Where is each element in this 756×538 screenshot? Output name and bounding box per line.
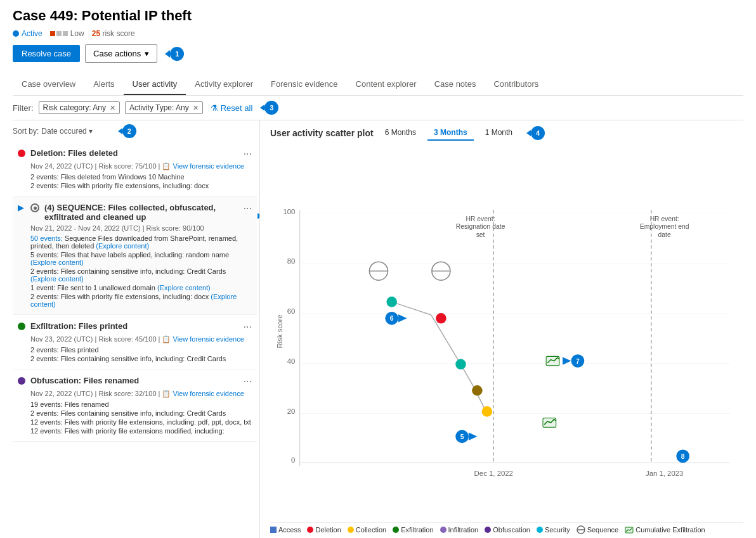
seq-detail-1: 50 events: Sequence Files downloaded fro… bbox=[30, 234, 252, 250]
event-exfiltration: Exfiltration: Files printed ··· Nov 23, … bbox=[13, 315, 257, 369]
resolve-case-button[interactable]: Resolve case bbox=[13, 45, 80, 62]
legend-exfiltration: Exfiltration bbox=[393, 526, 433, 534]
legend-infiltration: Infiltration bbox=[440, 526, 479, 534]
svg-marker-42 bbox=[469, 433, 477, 440]
svg-text:5: 5 bbox=[460, 433, 464, 440]
svg-text:0: 0 bbox=[291, 456, 295, 464]
event-detail-1: 2 events: Files deleted from Windows 10 … bbox=[30, 173, 252, 181]
tab-contributors[interactable]: Contributors bbox=[485, 74, 547, 95]
callout-2: 2 bbox=[118, 124, 136, 138]
svg-text:HR event:: HR event: bbox=[466, 215, 495, 222]
svg-point-32 bbox=[455, 359, 466, 370]
svg-text:Dec 1, 2022: Dec 1, 2022 bbox=[474, 470, 513, 477]
event-more-deletion[interactable]: ··· bbox=[244, 148, 252, 160]
event-dot-obfuscation bbox=[18, 377, 25, 385]
callout-3: 3 bbox=[260, 101, 278, 115]
event-sequence: ▶ (4) SEQUENCE: Files collected, obfusca… bbox=[13, 196, 257, 315]
event-detail-2: 2 events: Files with priority file exten… bbox=[30, 182, 252, 189]
svg-line-27 bbox=[431, 315, 461, 364]
seq-detail-2: 5 events: Files that have labels applied… bbox=[30, 251, 252, 266]
callout-5: 5 bbox=[257, 209, 259, 223]
svg-line-26 bbox=[392, 302, 431, 315]
event-more-sequence[interactable]: ··· bbox=[244, 203, 252, 214]
forensic-link-exfiltration[interactable]: 📋 View forensic evidence bbox=[162, 335, 244, 343]
tab-case-notes[interactable]: Case notes bbox=[426, 74, 485, 95]
time-btn-1month[interactable]: 1 Month bbox=[479, 125, 519, 141]
svg-text:7: 7 bbox=[576, 358, 580, 365]
event-meta-exfiltration: Nov 23, 2022 (UTC) | Risk score: 45/100 … bbox=[30, 335, 252, 343]
event-obfuscation: Obfuscation: Files renamed ··· Nov 22, 2… bbox=[13, 369, 257, 442]
svg-text:set: set bbox=[476, 231, 485, 238]
svg-point-33 bbox=[472, 385, 483, 396]
expand-arrow[interactable]: ▶ bbox=[18, 203, 24, 212]
callout-4: 4 bbox=[526, 126, 545, 140]
event-title-exfiltration: Exfiltration: Files printed bbox=[30, 321, 238, 331]
activity-type-filter[interactable]: Activity Type: Any ✕ bbox=[125, 101, 203, 114]
time-btn-6months[interactable]: 6 Months bbox=[379, 125, 422, 141]
explore-link-2[interactable]: (Explore content) bbox=[30, 259, 84, 266]
svg-text:date: date bbox=[658, 231, 671, 238]
seq-detail-5: 2 events: Files with priority file exten… bbox=[30, 293, 252, 308]
tab-alerts[interactable]: Alerts bbox=[84, 74, 123, 95]
svg-text:Resignation date: Resignation date bbox=[456, 223, 505, 230]
callout-1: 1 bbox=[162, 47, 184, 61]
svg-text:20: 20 bbox=[287, 407, 296, 415]
legend-access: Access bbox=[270, 526, 301, 534]
event-title-deletion: Deletion: Files deleted bbox=[30, 148, 238, 158]
obfus-detail-2: 2 events: Files containing sensitive inf… bbox=[30, 409, 252, 417]
case-actions-button[interactable]: Case actions ▾ bbox=[85, 44, 157, 63]
event-meta-sequence: Nov 21, 2022 - Nov 24, 2022 (UTC) | Risk… bbox=[30, 224, 252, 232]
tab-forensic-evidence[interactable]: Forensic evidence bbox=[262, 74, 347, 95]
forensic-link-deletion[interactable]: 📋 View forensic evidence bbox=[162, 162, 244, 170]
seq-detail-4: 1 event: File sent to 1 unallowed domain… bbox=[30, 284, 252, 291]
filter-bar: Filter: Risk category: Any ✕ Activity Ty… bbox=[13, 96, 743, 120]
svg-text:Jan 1, 2023: Jan 1, 2023 bbox=[646, 470, 683, 477]
activity-type-clear[interactable]: ✕ bbox=[193, 104, 199, 112]
severity-badge: Low bbox=[50, 29, 84, 38]
event-dot-exfiltration bbox=[18, 323, 25, 330]
svg-point-30 bbox=[386, 297, 397, 307]
scatter-title: User activity scatter plot bbox=[270, 128, 374, 138]
svg-text:80: 80 bbox=[287, 257, 296, 265]
tab-activity-explorer[interactable]: Activity explorer bbox=[186, 74, 262, 95]
event-meta-obfuscation: Nov 22, 2022 (UTC) | Risk score: 32/100 … bbox=[30, 390, 252, 398]
explore-link-1[interactable]: (Explore content) bbox=[96, 242, 149, 250]
reset-all-button[interactable]: ⚗ Reset all bbox=[211, 103, 253, 113]
svg-text:40: 40 bbox=[287, 357, 296, 365]
explore-link-4[interactable]: (Explore content) bbox=[157, 284, 211, 291]
case-title: Case 449: Potential IP theft bbox=[13, 8, 743, 24]
legend-cumulative: Cumulative Exfiltration bbox=[625, 525, 705, 534]
legend-deletion: Deletion bbox=[307, 526, 341, 534]
event-meta-deletion: Nov 24, 2022 (UTC) | Risk score: 75/100 … bbox=[30, 162, 252, 170]
risk-score: 25 risk score bbox=[92, 29, 135, 38]
event-deletion: Deletion: Files deleted ··· Nov 24, 2022… bbox=[13, 142, 257, 196]
nav-tabs: Case overview Alerts User activity Activ… bbox=[13, 74, 743, 96]
exfil-detail-2: 2 events: Files containing sensitive inf… bbox=[30, 355, 252, 362]
legend-security: Security bbox=[537, 526, 570, 534]
svg-point-34 bbox=[482, 406, 493, 417]
obfus-detail-3: 12 events: Files with priority file exte… bbox=[30, 418, 252, 426]
forensic-link-obfuscation[interactable]: 📋 View forensic evidence bbox=[162, 390, 244, 397]
filter-label: Filter: bbox=[13, 103, 34, 113]
tab-content-explorer[interactable]: Content explorer bbox=[347, 74, 426, 95]
risk-category-filter[interactable]: Risk category: Any ✕ bbox=[39, 101, 120, 114]
tab-user-activity[interactable]: User activity bbox=[124, 74, 186, 95]
event-more-exfiltration[interactable]: ··· bbox=[244, 321, 252, 333]
tab-case-overview[interactable]: Case overview bbox=[13, 74, 84, 95]
legend-collection: Collection bbox=[348, 526, 386, 534]
sort-dropdown[interactable]: Date occured ▾ bbox=[41, 127, 92, 136]
legend-bar: Access Deletion Collection Exfiltration … bbox=[270, 522, 743, 538]
chart-area: Risk score 0 20 40 60 80 100 bbox=[270, 143, 743, 520]
explore-link-3[interactable]: (Explore content) bbox=[30, 275, 84, 283]
time-btn-3months[interactable]: 3 Months bbox=[427, 125, 474, 141]
seq-icon bbox=[30, 203, 39, 212]
risk-category-clear[interactable]: ✕ bbox=[110, 104, 115, 112]
exfil-detail-1: 2 events: Files printed bbox=[30, 346, 252, 354]
event-dot-deletion bbox=[18, 150, 25, 157]
svg-marker-45 bbox=[398, 314, 407, 322]
sort-bar: Sort by: Date occured ▾ 2 bbox=[13, 120, 259, 142]
scatter-header: User activity scatter plot 6 Months 3 Mo… bbox=[270, 120, 743, 143]
explore-link-5[interactable]: (Explore content) bbox=[30, 293, 237, 308]
svg-text:60: 60 bbox=[287, 307, 296, 315]
event-more-obfuscation[interactable]: ··· bbox=[244, 376, 252, 387]
